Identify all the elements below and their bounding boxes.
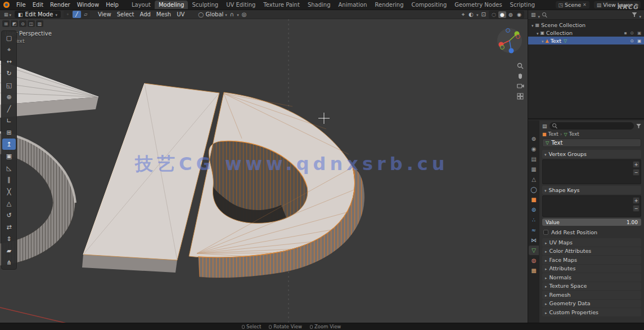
workspace-tab[interactable]: Animation — [335, 1, 371, 9]
render-visibility-icon[interactable]: ▣ — [637, 30, 641, 35]
properties-tab[interactable]: ⋈ — [529, 235, 539, 245]
properties-tab[interactable]: ▦ — [529, 164, 539, 174]
scene-unlink-icon[interactable]: ✕ — [583, 2, 587, 7]
ortho-grid-icon[interactable] — [516, 92, 524, 100]
collapsed-panel-header[interactable]: Remesh — [542, 291, 641, 299]
tool-button[interactable]: ▰ — [2, 245, 16, 256]
viewport-region[interactable]: ⊞◩⊙◫▥ User Perspective (1) Text ▢⌖↔↻◱⊕╱∟… — [0, 19, 528, 323]
outliner-row-scene-collection[interactable]: ▦ Scene Collection — [528, 21, 644, 29]
collapsed-panel-header[interactable]: Normals — [542, 273, 641, 282]
render-visibility-icon[interactable]: ▣ — [637, 38, 641, 43]
collapsed-panel-header[interactable]: Color Attributes — [542, 247, 641, 256]
tool-button[interactable]: ↺ — [2, 209, 16, 221]
outliner-row-collection[interactable]: ▣ Collection ▪ ⊙ ▣ — [528, 29, 644, 37]
select-mode-button[interactable]: ╱ — [73, 11, 81, 18]
menu-item[interactable]: File — [13, 1, 29, 9]
collapsed-panel-header[interactable]: UV Maps — [542, 238, 641, 247]
breadcrumb-data[interactable]: Text — [569, 131, 579, 137]
outliner-editor-caret-icon[interactable] — [538, 10, 541, 20]
tool-button[interactable]: ⋔ — [2, 257, 16, 268]
value-slider[interactable]: Value 1.00 — [542, 218, 641, 226]
collapsed-panel-header[interactable]: Attributes — [542, 265, 641, 273]
tool-button[interactable]: ↻ — [2, 68, 16, 79]
properties-tab[interactable]: ◉ — [529, 144, 539, 154]
shading-mode-button[interactable]: ◌ — [490, 11, 498, 18]
axis-x-neg-handle[interactable] — [516, 35, 520, 39]
navigation-gizmo[interactable] — [496, 27, 523, 54]
collapsed-panel-header[interactable]: Face Maps — [542, 256, 641, 264]
tool-button[interactable]: ↔ — [2, 56, 16, 67]
properties-tab[interactable]: ◯ — [529, 185, 539, 194]
transform-orientation[interactable]: ◯ Global — [198, 11, 227, 17]
viewport-menu-item[interactable]: View — [95, 11, 114, 18]
tool-button[interactable]: ⊕ — [2, 91, 16, 102]
properties-tab[interactable]: ∴ — [529, 215, 539, 225]
workspace-tab[interactable]: Rendering — [371, 1, 407, 9]
snap-caret-icon[interactable] — [237, 11, 239, 17]
properties-editor-icon[interactable]: ▤ — [542, 123, 547, 129]
properties-tab[interactable]: ■ — [529, 195, 539, 204]
hide-eye-icon[interactable]: ⊙ — [631, 38, 634, 43]
tool-button[interactable]: ╱ — [2, 103, 16, 114]
viewport-menu-item[interactable]: Select — [114, 11, 137, 18]
remove-item-button[interactable]: − — [633, 205, 640, 212]
axis-z-neg-handle[interactable] — [506, 29, 510, 33]
add-item-button[interactable]: + — [633, 197, 640, 204]
checkbox-icon[interactable] — [543, 230, 548, 235]
properties-tab[interactable]: △ — [529, 175, 539, 184]
tool-button[interactable]: ▣ — [2, 150, 16, 162]
axis-z-handle[interactable] — [509, 48, 514, 53]
panel-header-vertex-groups[interactable]: Vertex Groups — [542, 150, 641, 158]
tool-button[interactable]: ⇄ — [2, 221, 16, 233]
zoom-icon[interactable] — [516, 62, 524, 69]
editor-type-button[interactable]: ⊞ — [2, 11, 13, 17]
viewport-toggle-icon[interactable]: ⊙ — [19, 20, 26, 27]
tool-button[interactable]: ╳ — [2, 186, 16, 197]
workspace-tab[interactable]: Geometry Nodes — [451, 1, 506, 9]
vertex-groups-list[interactable]: + − — [542, 159, 641, 184]
shading-mode-button[interactable]: ● — [498, 11, 506, 18]
axis-y-neg-handle[interactable] — [501, 46, 505, 50]
workspace-tab[interactable]: Scripting — [506, 1, 539, 9]
filter-icon[interactable] — [632, 12, 637, 17]
tool-button[interactable]: ◺ — [2, 162, 16, 173]
viewport-toggle-icon[interactable]: ◫ — [28, 20, 35, 27]
blender-logo-icon[interactable] — [3, 2, 10, 8]
workspace-tab[interactable]: Texture Paint — [259, 1, 304, 9]
remove-item-button[interactable]: − — [633, 169, 640, 176]
tool-button[interactable]: ∥ — [2, 174, 16, 185]
viewport-menu-item[interactable]: Mesh — [154, 11, 174, 18]
panel-header-shape-keys[interactable]: Shape Keys — [542, 186, 641, 194]
overlays-caret-icon[interactable] — [476, 11, 479, 17]
camera-view-icon[interactable] — [516, 82, 524, 90]
tool-button[interactable]: ↥ — [2, 139, 16, 150]
menu-item[interactable]: Edit — [29, 1, 47, 9]
tool-button[interactable]: ∟ — [2, 115, 16, 126]
properties-tab[interactable]: ◍ — [529, 256, 539, 265]
properties-tab[interactable]: ⊛ — [529, 205, 539, 215]
shape-keys-list[interactable]: + − — [542, 195, 641, 217]
pan-hand-icon[interactable] — [516, 72, 524, 79]
workspace-tab[interactable]: UV Editing — [222, 1, 259, 9]
gizmo-toggle-icon[interactable]: ⌖ — [461, 11, 466, 18]
snap-magnet-icon[interactable]: ∩ — [229, 11, 235, 17]
data-name-field[interactable]: ▽ Text — [542, 139, 641, 147]
properties-tab[interactable]: ≈ — [529, 225, 539, 235]
add-item-button[interactable]: + — [633, 161, 640, 168]
search-icon[interactable] — [542, 12, 547, 17]
viewport-toggle-icon[interactable]: ◩ — [11, 20, 18, 27]
workspace-tab[interactable]: Modeling — [155, 1, 188, 9]
shading-mode-button[interactable]: ◉ — [515, 11, 523, 18]
viewport-toggle-icon[interactable]: ▥ — [36, 20, 43, 27]
proportional-editing-icon[interactable]: ◎ — [241, 11, 248, 17]
shading-mode-button[interactable]: ◍ — [507, 11, 515, 18]
menu-item[interactable]: Window — [74, 1, 102, 9]
collapsed-panel-header[interactable]: Custom Properties — [542, 308, 641, 316]
filter-icon[interactable] — [636, 124, 641, 128]
properties-tab[interactable]: ▤ — [529, 154, 539, 164]
xray-toggle-icon[interactable]: ⊡ — [480, 11, 487, 17]
tool-button[interactable]: ▢ — [2, 32, 16, 43]
scene-selector[interactable]: ◳ Scene ✕ — [556, 1, 589, 8]
viewport-toggle-icon[interactable]: ⊞ — [2, 20, 10, 27]
outliner-row-object[interactable]: ▲ Text ▽ ⊙ ▣ — [528, 37, 644, 44]
